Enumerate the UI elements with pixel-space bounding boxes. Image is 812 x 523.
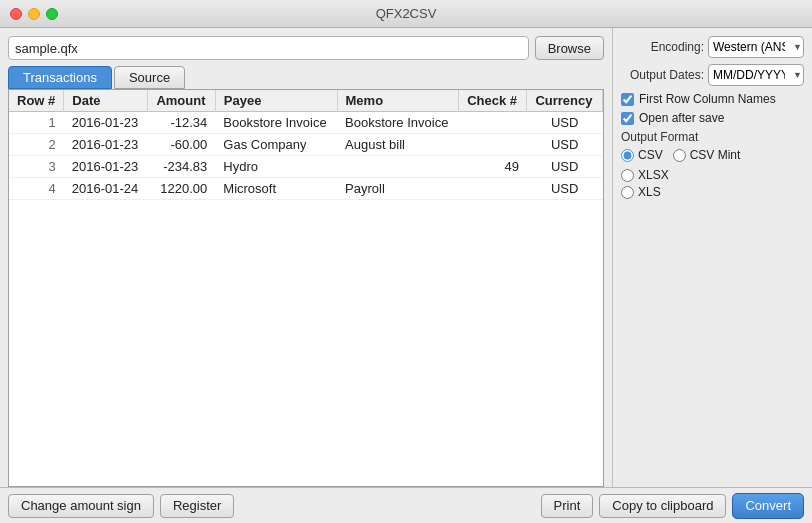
convert-button[interactable]: Convert xyxy=(732,493,804,519)
transactions-table: Row # Date Amount Payee Memo Check # Cur… xyxy=(8,89,604,487)
bottom-bar: Change amount sign Register Print Copy t… xyxy=(0,487,812,523)
tabs: Transactions Source xyxy=(8,66,604,89)
format-xls-radio-row: XLS xyxy=(621,185,804,199)
col-header-amount: Amount xyxy=(148,90,215,112)
format-csv-label: CSV xyxy=(638,148,663,162)
format-csv-mint-radio-row: CSV Mint xyxy=(673,148,741,162)
change-sign-button[interactable]: Change amount sign xyxy=(8,494,154,518)
first-row-checkbox-row: First Row Column Names xyxy=(621,92,804,106)
table-cell: -12.34 xyxy=(148,112,215,134)
open-after-label: Open after save xyxy=(639,111,724,125)
format-xls-label: XLS xyxy=(638,185,661,199)
title-bar: QFX2CSV xyxy=(0,0,812,28)
encoding-row: Encoding: Western (ANS UTF-8 UTF-16 ▼ xyxy=(621,36,804,58)
encoding-label: Encoding: xyxy=(651,40,704,54)
output-dates-select-wrapper: MM/DD/YYYY DD/MM/YYYY YYYY-MM-DD ▼ xyxy=(708,64,804,86)
copy-clipboard-button[interactable]: Copy to clipboard xyxy=(599,494,726,518)
table-cell: 3 xyxy=(9,156,64,178)
format-csv-mint-label: CSV Mint xyxy=(690,148,741,162)
col-header-payee: Payee xyxy=(215,90,337,112)
format-xlsx-radio-row: XLSX xyxy=(621,168,804,182)
table-row: 12016-01-23-12.34Bookstore InvoiceBookst… xyxy=(9,112,603,134)
first-row-checkbox[interactable] xyxy=(621,93,634,106)
encoding-select[interactable]: Western (ANS UTF-8 UTF-16 xyxy=(708,36,804,58)
table-cell: Hydro xyxy=(215,156,337,178)
window-title: QFX2CSV xyxy=(376,6,437,21)
first-row-label: First Row Column Names xyxy=(639,92,776,106)
output-dates-select[interactable]: MM/DD/YYYY DD/MM/YYYY YYYY-MM-DD xyxy=(708,64,804,86)
traffic-lights xyxy=(10,8,58,20)
table-cell: 2016-01-23 xyxy=(64,156,148,178)
tab-source[interactable]: Source xyxy=(114,66,185,89)
encoding-select-wrapper: Western (ANS UTF-8 UTF-16 ▼ xyxy=(708,36,804,58)
close-button[interactable] xyxy=(10,8,22,20)
col-header-date: Date xyxy=(64,90,148,112)
table-cell: 4 xyxy=(9,178,64,200)
table-cell: -60.00 xyxy=(148,134,215,156)
file-input[interactable] xyxy=(8,36,529,60)
register-button[interactable]: Register xyxy=(160,494,234,518)
table-cell: 2016-01-23 xyxy=(64,112,148,134)
table-cell: Bookstore Invoice xyxy=(337,112,459,134)
table-cell: Microsoft xyxy=(215,178,337,200)
table-cell xyxy=(459,134,527,156)
col-header-check: Check # xyxy=(459,90,527,112)
format-csv-mint-radio[interactable] xyxy=(673,149,686,162)
table-cell xyxy=(459,178,527,200)
format-csv-radio[interactable] xyxy=(621,149,634,162)
format-csv-row: CSV CSV Mint xyxy=(621,148,804,165)
table-cell: Bookstore Invoice xyxy=(215,112,337,134)
minimize-button[interactable] xyxy=(28,8,40,20)
table-cell: -234.83 xyxy=(148,156,215,178)
table-row: 42016-01-241220.00MicrosoftPayrollUSD xyxy=(9,178,603,200)
table-cell: USD xyxy=(527,112,603,134)
table-cell xyxy=(459,112,527,134)
output-format-label: Output Format xyxy=(621,130,804,144)
table-cell: 49 xyxy=(459,156,527,178)
format-xls-radio[interactable] xyxy=(621,186,634,199)
format-csv-radio-row: CSV xyxy=(621,148,663,162)
table-cell: USD xyxy=(527,156,603,178)
print-button[interactable]: Print xyxy=(541,494,594,518)
table-cell: USD xyxy=(527,134,603,156)
table-cell: 2016-01-24 xyxy=(64,178,148,200)
format-xlsx-radio[interactable] xyxy=(621,169,634,182)
format-xlsx-label: XLSX xyxy=(638,168,669,182)
output-dates-label: Output Dates: xyxy=(630,68,704,82)
open-after-checkbox[interactable] xyxy=(621,112,634,125)
table-cell: 2 xyxy=(9,134,64,156)
open-after-checkbox-row: Open after save xyxy=(621,111,804,125)
table-cell xyxy=(337,156,459,178)
col-header-currency: Currency xyxy=(527,90,603,112)
table-cell: 1 xyxy=(9,112,64,134)
right-panel: Encoding: Western (ANS UTF-8 UTF-16 ▼ Ou… xyxy=(612,28,812,487)
output-dates-row: Output Dates: MM/DD/YYYY DD/MM/YYYY YYYY… xyxy=(621,64,804,86)
table-cell: August bill xyxy=(337,134,459,156)
table-cell: Payroll xyxy=(337,178,459,200)
table-row: 32016-01-23-234.83Hydro49USD xyxy=(9,156,603,178)
tab-transactions[interactable]: Transactions xyxy=(8,66,112,89)
file-row: Browse xyxy=(8,36,604,60)
options-area: Encoding: Western (ANS UTF-8 UTF-16 ▼ Ou… xyxy=(621,36,804,479)
maximize-button[interactable] xyxy=(46,8,58,20)
col-header-row: Row # xyxy=(9,90,64,112)
table-cell: USD xyxy=(527,178,603,200)
col-header-memo: Memo xyxy=(337,90,459,112)
table-cell: 1220.00 xyxy=(148,178,215,200)
table-cell: 2016-01-23 xyxy=(64,134,148,156)
browse-button[interactable]: Browse xyxy=(535,36,604,60)
table-row: 22016-01-23-60.00Gas CompanyAugust billU… xyxy=(9,134,603,156)
table-cell: Gas Company xyxy=(215,134,337,156)
left-panel: Browse Transactions Source Row # Date Am… xyxy=(0,28,612,487)
